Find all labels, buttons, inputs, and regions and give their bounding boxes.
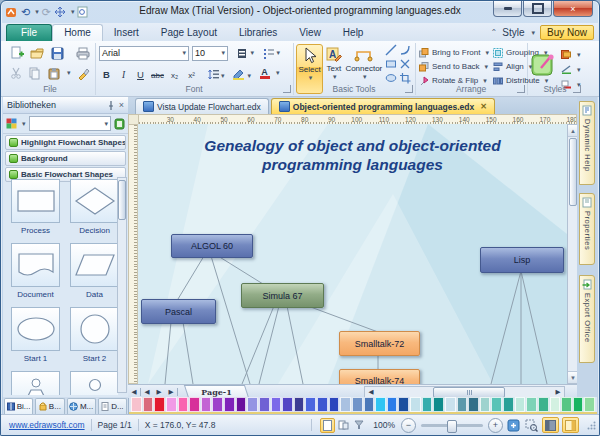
- palette-swatch[interactable]: [143, 397, 154, 412]
- send-to-back-button[interactable]: Send to Back▾: [419, 60, 489, 73]
- scroll-right-icon[interactable]: ▶: [552, 388, 564, 396]
- buy-now-button[interactable]: Buy Now: [540, 25, 594, 40]
- undo-button[interactable]: ⟲: [21, 5, 30, 19]
- rectangle-tool-icon[interactable]: [385, 58, 398, 71]
- previous-page-icon[interactable]: ◀: [141, 388, 153, 396]
- shape-item-process[interactable]: Process: [11, 179, 60, 235]
- toggle-library-pane-button[interactable]: [542, 417, 559, 433]
- palette-swatch[interactable]: [573, 397, 584, 412]
- paste-dropdown-icon[interactable]: ▾: [67, 69, 71, 77]
- cut-icon[interactable]: [9, 65, 24, 81]
- paste-icon[interactable]: [46, 65, 61, 81]
- tab-insert[interactable]: Insert: [103, 25, 150, 41]
- print-preview-view-button[interactable]: [352, 419, 365, 432]
- quick-style-line-icon[interactable]: ▾: [561, 63, 581, 76]
- palette-swatch[interactable]: [271, 397, 282, 412]
- palette-swatch[interactable]: [212, 397, 223, 412]
- quick-style-fill-icon[interactable]: ▾: [561, 48, 581, 61]
- line-spacing-button[interactable]: ▾: [206, 66, 226, 80]
- zoom-slider[interactable]: [421, 424, 483, 427]
- palette-swatch[interactable]: [305, 397, 316, 412]
- palette-swatch[interactable]: [550, 397, 561, 412]
- shape-item-data[interactable]: Data: [70, 243, 118, 299]
- palette-swatch[interactable]: [468, 397, 479, 412]
- toggle-task-pane-button[interactable]: [562, 417, 579, 433]
- italic-button[interactable]: I: [116, 66, 131, 80]
- diagram-node-pascal[interactable]: Pascal: [141, 299, 216, 324]
- library-section-background[interactable]: Background: [5, 151, 126, 166]
- close-document-icon[interactable]: ✕: [480, 102, 487, 111]
- copy-icon[interactable]: [28, 65, 43, 81]
- panel-close-icon[interactable]: ×: [119, 100, 124, 110]
- palette-swatch[interactable]: [561, 397, 572, 412]
- palette-swatch[interactable]: [445, 397, 456, 412]
- palette-swatch[interactable]: [247, 397, 258, 412]
- page-break-view-button[interactable]: [337, 419, 350, 432]
- document-tab-oop[interactable]: Object-oriented programming languages.ed…: [271, 98, 495, 114]
- shape-color-icon[interactable]: [6, 118, 17, 129]
- open-library-icon[interactable]: [114, 118, 125, 130]
- palette-swatch[interactable]: [410, 397, 421, 412]
- panel-tab-properties[interactable]: Properties: [579, 193, 595, 265]
- palette-swatch[interactable]: [480, 397, 491, 412]
- open-file-icon[interactable]: [29, 45, 45, 61]
- palette-swatch[interactable]: [178, 397, 189, 412]
- palette-swatch[interactable]: [387, 397, 398, 412]
- style-menu[interactable]: Style: [502, 27, 524, 38]
- palette-swatch[interactable]: [294, 397, 305, 412]
- library-tab-d[interactable]: D...: [98, 398, 127, 414]
- zoom-slider-thumb[interactable]: [447, 420, 457, 433]
- palette-swatch[interactable]: [201, 397, 212, 412]
- font-dialog-launcher[interactable]: [283, 85, 291, 93]
- diagram-node-smalltalk74[interactable]: Smalltalk-74: [339, 369, 420, 384]
- minimize-button[interactable]: [493, 1, 522, 17]
- redo-button[interactable]: ⟳: [42, 5, 51, 19]
- basic-tools-dialog-launcher[interactable]: [405, 85, 413, 93]
- shape-color-dropdown-icon[interactable]: ▾: [22, 120, 26, 128]
- library-tab-bibliotheken[interactable]: Bi...: [4, 398, 33, 414]
- drawing-canvas[interactable]: Genealogy of object and object-oriented …: [138, 124, 567, 384]
- shape-item-decision[interactable]: Decision: [70, 179, 118, 235]
- text-highlight-button[interactable]: ▾: [231, 66, 253, 80]
- gallery-scrollbar-thumb[interactable]: [118, 180, 126, 220]
- superscript-button[interactable]: x²: [184, 66, 199, 80]
- fill-style-icon[interactable]: ▾: [237, 45, 254, 61]
- palette-swatch[interactable]: [282, 397, 293, 412]
- freeform-tool-icon[interactable]: [399, 58, 412, 71]
- gallery-scrollbar[interactable]: [117, 177, 127, 393]
- palette-swatch[interactable]: [236, 397, 247, 412]
- zoom-out-button[interactable]: −: [401, 418, 416, 433]
- palette-swatch[interactable]: [526, 397, 537, 412]
- tab-page-layout[interactable]: Page Layout: [150, 25, 228, 41]
- tab-view[interactable]: View: [288, 25, 332, 41]
- styles-dialog-launcher[interactable]: [573, 85, 581, 93]
- zoom-in-button[interactable]: +: [488, 418, 503, 433]
- maximize-button[interactable]: [523, 1, 552, 17]
- vertical-scrollbar-thumb[interactable]: [569, 138, 577, 206]
- minimize-ribbon-icon[interactable]: ⌃: [491, 28, 498, 37]
- library-tab-b[interactable]: B...: [35, 398, 64, 414]
- pin-icon[interactable]: [107, 101, 115, 110]
- pan-tool-icon[interactable]: [54, 6, 66, 18]
- arrange-dialog-launcher[interactable]: [517, 85, 525, 93]
- style-dropdown-icon[interactable]: ▾: [531, 29, 535, 37]
- scroll-left-icon[interactable]: ◀: [365, 388, 377, 396]
- line-tool-icon[interactable]: [385, 44, 398, 57]
- palette-swatch[interactable]: [398, 397, 409, 412]
- format-painter-icon[interactable]: [76, 65, 91, 81]
- next-page-icon[interactable]: ▶: [153, 388, 165, 396]
- palette-swatch[interactable]: [189, 397, 200, 412]
- font-size-combo[interactable]: 10▾: [192, 46, 228, 61]
- last-page-icon[interactable]: ▶: [165, 388, 178, 396]
- theme-styles-button[interactable]: [531, 46, 557, 84]
- library-tab-m[interactable]: M...: [67, 398, 96, 414]
- arc-tool-icon[interactable]: [399, 44, 412, 57]
- subscript-button[interactable]: x₂: [167, 66, 182, 80]
- tab-libraries[interactable]: Libraries: [228, 25, 288, 41]
- diagram-node-smalltalk72[interactable]: Smalltalk-72: [339, 331, 420, 356]
- palette-swatch[interactable]: [364, 397, 375, 412]
- palette-swatch[interactable]: [224, 397, 235, 412]
- document-tab-vista[interactable]: Vista Update Flowchart.edx: [135, 98, 269, 114]
- palette-swatch[interactable]: [154, 397, 165, 412]
- undo-dropdown-icon[interactable]: ▾: [35, 8, 39, 16]
